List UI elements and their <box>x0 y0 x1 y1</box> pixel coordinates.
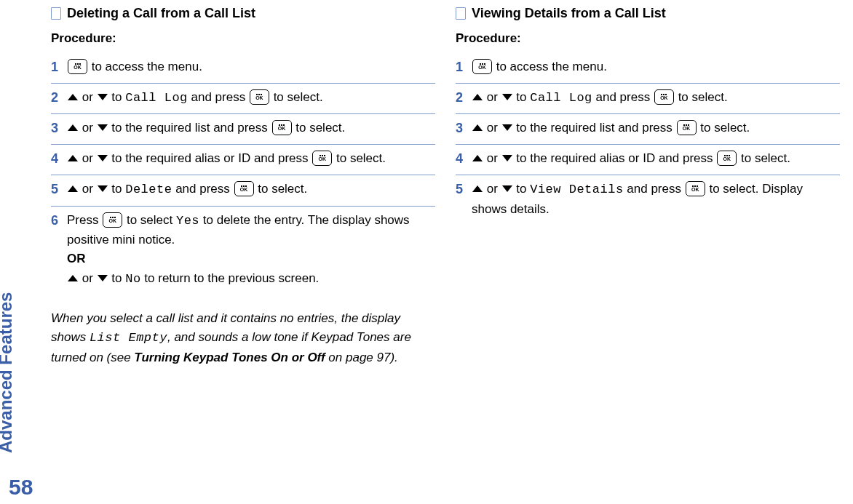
menu-yes: Yes <box>176 214 199 228</box>
step-1: 1 OK to access the menu. <box>456 53 840 84</box>
ok-key-icon: OK <box>472 59 492 74</box>
up-arrow-icon <box>472 124 483 131</box>
step-number: 1 <box>51 57 67 77</box>
steps-right: 1 OK to access the menu. 2 or to Call Lo… <box>456 53 840 225</box>
step-5: 5 or to Delete and press OK to select. <box>51 175 435 206</box>
up-arrow-icon <box>68 94 78 100</box>
up-arrow-icon <box>68 155 78 161</box>
heading-title: Viewing Details from a Call List <box>472 6 666 21</box>
section-label: Advanced Features <box>0 292 16 453</box>
step-text: to access the menu. <box>88 60 202 73</box>
step-body: or to View Details and press OK to selec… <box>472 180 840 219</box>
heading-marker-icon <box>456 7 466 20</box>
menu-no: No <box>125 272 140 286</box>
step-1: 1 OK to access the menu. <box>51 53 435 84</box>
step-number: 2 <box>51 88 67 108</box>
step-5: 5 or to View Details and press OK to sel… <box>456 175 840 225</box>
down-arrow-icon <box>98 275 108 281</box>
content: Deleting a Call from a Call List Procedu… <box>51 0 853 504</box>
ok-key-icon: OK <box>677 120 697 135</box>
step-body: or to Delete and press OK to select. <box>67 180 435 199</box>
ok-key-icon: OK <box>250 89 269 105</box>
heading-title: Deleting a Call from a Call List <box>67 6 255 21</box>
ok-key-icon: OK <box>312 151 332 166</box>
up-arrow-icon <box>472 155 483 161</box>
step-number: 1 <box>456 57 472 77</box>
step-number: 6 <box>51 211 67 289</box>
ok-key-icon: OK <box>234 181 254 196</box>
menu-call-log: Call Log <box>125 91 188 105</box>
ok-key-icon: OK <box>654 89 674 105</box>
step-body: or to the required alias or ID and press… <box>67 149 435 169</box>
step-body: OK to access the menu. <box>472 57 840 77</box>
step-2: 2 or to Call Log and press OK to select. <box>456 84 840 114</box>
step-number: 4 <box>456 149 472 169</box>
step-body: Press OK to select Yes to delete the ent… <box>67 211 435 289</box>
steps-left: 1 OK to access the menu. 2 or to Call Lo… <box>51 53 435 295</box>
down-arrow-icon <box>98 124 108 131</box>
step-number: 5 <box>456 180 472 219</box>
menu-call-log: Call Log <box>530 91 592 105</box>
or-separator: OR <box>67 252 86 265</box>
ok-key-icon: OK <box>686 181 705 196</box>
down-arrow-icon <box>502 94 512 100</box>
col-right: Viewing Details from a Call List Procedu… <box>456 0 840 504</box>
down-arrow-icon <box>98 94 108 100</box>
step-number: 2 <box>456 88 472 108</box>
step-number: 4 <box>51 149 67 169</box>
ok-key-icon: OK <box>272 120 292 135</box>
step-body: or to Call Log and press OK to select. <box>472 88 840 108</box>
note-paragraph: When you select a call list and it conta… <box>51 309 435 367</box>
step-body: or to the required alias or ID and press… <box>472 149 840 169</box>
step-body: or to the required list and press OK to … <box>67 119 435 138</box>
down-arrow-icon <box>502 155 512 161</box>
step-4: 4 or to the required alias or ID and pre… <box>51 145 435 175</box>
step-body: or to Call Log and press OK to select. <box>67 88 435 108</box>
cross-ref: Turning Keypad Tones On or Off <box>134 351 325 364</box>
up-arrow-icon <box>472 94 483 100</box>
col-left: Deleting a Call from a Call List Procedu… <box>51 0 435 504</box>
up-arrow-icon <box>472 185 483 192</box>
step-6: 6 Press OK to select Yes to delete the e… <box>51 207 435 295</box>
procedure-label: Procedure: <box>456 31 840 46</box>
step-number: 3 <box>51 119 67 138</box>
ok-key-icon: OK <box>103 212 122 228</box>
up-arrow-icon <box>68 185 78 192</box>
down-arrow-icon <box>502 185 512 192</box>
step-body: or to the required list and press OK to … <box>472 119 840 138</box>
heading-marker-icon <box>51 7 61 20</box>
step-2: 2 or to Call Log and press OK to select. <box>51 84 435 114</box>
menu-list-empty: List Empty <box>90 331 167 345</box>
up-arrow-icon <box>68 124 78 131</box>
step-number: 3 <box>456 119 472 138</box>
menu-delete: Delete <box>125 183 172 196</box>
down-arrow-icon <box>98 155 108 161</box>
page-number: 58 <box>9 475 33 500</box>
step-number: 5 <box>51 180 67 199</box>
section-heading-delete: Deleting a Call from a Call List <box>51 6 435 21</box>
step-3: 3 or to the required list and press OK t… <box>456 114 840 145</box>
procedure-label: Procedure: <box>51 31 435 46</box>
menu-view-details: View Details <box>530 183 623 196</box>
step-body: OK to access the menu. <box>67 57 435 77</box>
ok-key-icon: OK <box>717 151 737 166</box>
section-heading-view: Viewing Details from a Call List <box>456 6 840 21</box>
down-arrow-icon <box>98 185 108 192</box>
down-arrow-icon <box>502 124 512 131</box>
ok-key-icon: OK <box>68 59 87 74</box>
step-3: 3 or to the required list and press OK t… <box>51 114 435 145</box>
sidebar: Advanced Features 58 <box>0 0 51 504</box>
up-arrow-icon <box>68 275 78 281</box>
step-4: 4 or to the required alias or ID and pre… <box>456 145 840 175</box>
